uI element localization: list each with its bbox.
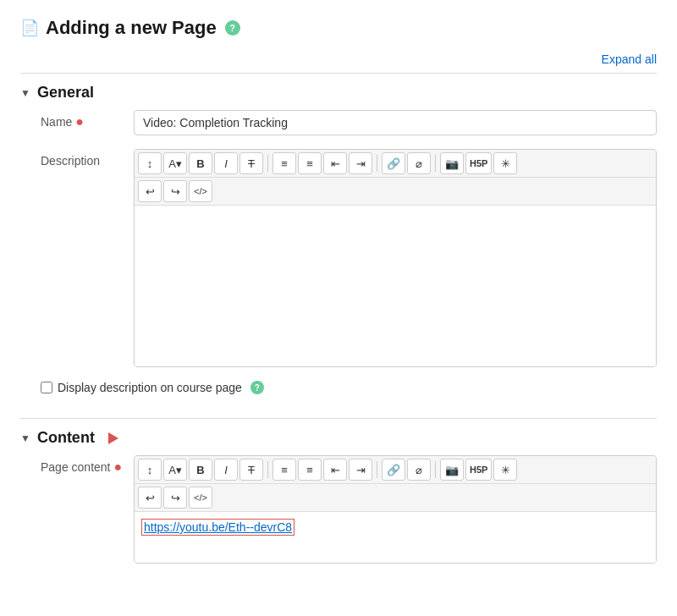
tb-sep1 bbox=[267, 155, 268, 172]
pc-bold-btn[interactable]: B bbox=[189, 459, 212, 481]
pc-indent-btn[interactable]: ⇤ bbox=[323, 459, 347, 481]
description-label: Description bbox=[41, 149, 134, 168]
page-help-icon[interactable]: ? bbox=[225, 20, 240, 36]
display-description-label[interactable]: Display description on course page bbox=[58, 381, 242, 394]
tb-sep2 bbox=[377, 155, 377, 172]
name-input[interactable] bbox=[134, 110, 657, 135]
pc-ol-btn[interactable]: ≡ bbox=[298, 459, 322, 481]
italic-btn[interactable]: I bbox=[214, 152, 238, 174]
unlink-btn[interactable]: ⌀ bbox=[407, 152, 431, 174]
description-toolbar-row1: ↕ A▾ B I T ≡ ≡ ⇤ ⇥ 🔗 ⌀ bbox=[135, 150, 656, 178]
description-editor: ↕ A▾ B I T ≡ ≡ ⇤ ⇥ 🔗 ⌀ bbox=[134, 149, 657, 367]
content-arrow-indicator bbox=[108, 432, 118, 444]
pc-undo-btn[interactable]: ↩ bbox=[138, 487, 162, 509]
format-btn[interactable]: ↕ bbox=[138, 152, 162, 174]
page-header: 📄 Adding a new Page ? bbox=[20, 17, 657, 39]
pc-outdent-btn[interactable]: ⇥ bbox=[349, 459, 372, 481]
content-section-title: Content bbox=[37, 429, 95, 447]
page-content-editor-body[interactable]: https://youtu.be/Eth--devrC8 bbox=[135, 512, 656, 563]
pc-tb-sep2 bbox=[377, 461, 377, 478]
name-row: Name ● bbox=[20, 110, 657, 135]
general-chevron: ▼ bbox=[20, 87, 30, 99]
expand-all-row: Expand all bbox=[20, 52, 657, 66]
bold-btn[interactable]: B bbox=[189, 152, 212, 174]
pc-hp-btn[interactable]: H5P bbox=[465, 459, 492, 481]
page-content-required-icon: ● bbox=[114, 460, 123, 474]
page-content-row: Page content ● ↕ A▾ B I T ≡ ≡ ⇤ bbox=[20, 455, 657, 564]
page-content-link[interactable]: https://youtu.be/Eth--devrC8 bbox=[141, 519, 294, 536]
description-editor-body[interactable] bbox=[135, 206, 656, 366]
content-section: ▼ Content Page content ● ↕ A▾ B I T bbox=[20, 418, 657, 587]
content-chevron: ▼ bbox=[20, 432, 30, 444]
description-control-wrap: ↕ A▾ B I T ≡ ≡ ⇤ ⇥ 🔗 ⌀ bbox=[134, 149, 657, 367]
pc-link-btn[interactable]: 🔗 bbox=[382, 459, 405, 481]
ol-btn[interactable]: ≡ bbox=[298, 152, 322, 174]
pc-source-btn[interactable]: </> bbox=[189, 487, 212, 509]
description-content bbox=[141, 212, 649, 297]
page-content-editor: ↕ A▾ B I T ≡ ≡ ⇤ ⇥ 🔗 ⌀ 📷 bbox=[134, 455, 657, 564]
page-content-control-wrap: ↕ A▾ B I T ≡ ≡ ⇤ ⇥ 🔗 ⌀ 📷 bbox=[134, 455, 657, 564]
indent-btn[interactable]: ⇤ bbox=[323, 152, 347, 174]
page-content-label: Page content ● bbox=[41, 455, 134, 474]
page-content-toolbar-row1: ↕ A▾ B I T ≡ ≡ ⇤ ⇥ 🔗 ⌀ 📷 bbox=[135, 456, 656, 484]
strikethrough-btn[interactable]: T bbox=[239, 152, 263, 174]
redo-btn[interactable]: ↪ bbox=[163, 180, 187, 202]
pc-format-btn[interactable]: ↕ bbox=[138, 459, 162, 481]
page-icon: 📄 bbox=[20, 19, 39, 37]
tb-sep3 bbox=[435, 155, 436, 172]
description-toolbar-row2: ↩ ↪ </> bbox=[135, 178, 656, 206]
content-section-body: Page content ● ↕ A▾ B I T ≡ ≡ ⇤ bbox=[20, 455, 657, 587]
outdent-btn[interactable]: ⇥ bbox=[349, 152, 372, 174]
display-description-help-icon[interactable]: ? bbox=[250, 381, 264, 394]
special-btn[interactable]: ✳ bbox=[493, 152, 517, 174]
name-required-icon: ● bbox=[75, 115, 84, 129]
pc-italic-btn[interactable]: I bbox=[214, 459, 238, 481]
image-btn[interactable]: 📷 bbox=[440, 152, 464, 174]
description-row: Description ↕ A▾ B I T ≡ ≡ bbox=[20, 149, 657, 367]
general-section-title: General bbox=[37, 84, 94, 102]
name-control-wrap bbox=[134, 110, 657, 135]
pc-ul-btn[interactable]: ≡ bbox=[272, 459, 296, 481]
pc-unlink-btn[interactable]: ⌀ bbox=[407, 459, 431, 481]
pc-redo-btn[interactable]: ↪ bbox=[163, 487, 187, 509]
undo-btn[interactable]: ↩ bbox=[138, 180, 162, 202]
source-btn[interactable]: </> bbox=[189, 180, 212, 202]
page-title: Adding a new Page bbox=[46, 17, 217, 39]
ul-btn[interactable]: ≡ bbox=[272, 152, 296, 174]
page-content-toolbar-row2: ↩ ↪ </> bbox=[135, 484, 656, 512]
pc-font-btn[interactable]: A▾ bbox=[163, 459, 187, 481]
pc-special-btn[interactable]: ✳ bbox=[493, 459, 517, 481]
link-btn[interactable]: 🔗 bbox=[382, 152, 405, 174]
general-section-header[interactable]: ▼ General bbox=[20, 74, 657, 110]
expand-all-link[interactable]: Expand all bbox=[602, 52, 657, 66]
content-section-header[interactable]: ▼ Content bbox=[20, 419, 657, 455]
pc-strikethrough-btn[interactable]: T bbox=[239, 459, 263, 481]
pc-tb-sep1 bbox=[267, 461, 268, 478]
display-description-row: Display description on course page ? bbox=[41, 381, 657, 394]
general-section-body: Name ● Description ↕ A▾ bbox=[20, 110, 657, 418]
font-btn[interactable]: A▾ bbox=[163, 152, 187, 174]
format-group: ↕ bbox=[138, 152, 162, 174]
name-label: Name ● bbox=[41, 110, 134, 129]
hp-btn[interactable]: H5P bbox=[465, 152, 492, 174]
pc-tb-sep3 bbox=[435, 461, 436, 478]
display-description-checkbox[interactable] bbox=[41, 382, 52, 393]
pc-image-btn[interactable]: 📷 bbox=[440, 459, 464, 481]
general-section: ▼ General Name ● Description bbox=[20, 73, 657, 418]
